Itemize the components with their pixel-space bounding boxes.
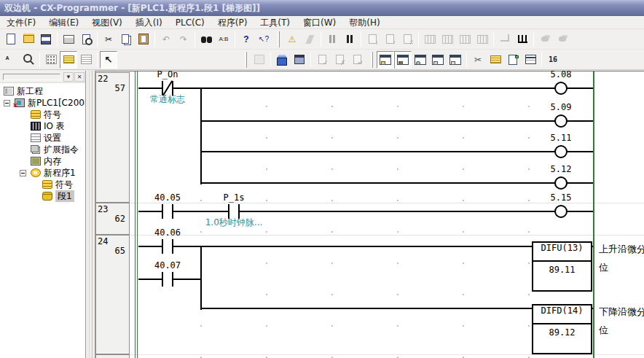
- tree-item-新程序1[interactable]: 新程序1: [0, 167, 85, 179]
- local-symbols-button[interactable]: [487, 51, 504, 69]
- hex-monitor-button[interactable]: 16: [544, 51, 562, 69]
- ladder-coil-5.12[interactable]: [554, 176, 568, 190]
- io-comment-view-button[interactable]: [522, 51, 539, 69]
- panel-splitter[interactable]: [89, 71, 90, 358]
- replace-button[interactable]: A:B: [215, 31, 232, 48]
- toggle-project-window-button[interactable]: [377, 51, 394, 69]
- ladder-coil-5.15[interactable]: [554, 205, 568, 218]
- run-mode-button[interactable]: [421, 31, 439, 48]
- toolbar-gripper[interactable]: [371, 52, 373, 68]
- instruction-block-DIFU(13)[interactable]: DIFU(13)89.11: [532, 241, 592, 292]
- save-button[interactable]: [37, 31, 55, 48]
- address-reference-button[interactable]: [447, 51, 464, 69]
- rung-margin-cell[interactable]: 2362: [95, 203, 130, 235]
- tree-expander-minus[interactable]: [20, 170, 26, 176]
- section-list-button[interactable]: [504, 51, 522, 69]
- menu-insert[interactable]: 插入(I): [129, 16, 169, 29]
- cut-button[interactable]: ✂: [100, 31, 117, 48]
- menu-window[interactable]: 窗口(W): [297, 16, 342, 29]
- menu-plc[interactable]: PLC(C): [169, 16, 211, 29]
- copy-button[interactable]: [117, 31, 135, 48]
- pause-button[interactable]: [341, 31, 358, 48]
- menu-program[interactable]: 程序(P): [211, 16, 254, 29]
- online-edit-send-button[interactable]: ↵: [348, 51, 366, 69]
- redo-button[interactable]: ↷: [175, 31, 192, 48]
- ladder-contact-40.06[interactable]: [162, 239, 173, 254]
- paste-button[interactable]: [135, 31, 152, 48]
- vertical-line-tool-button[interactable]: [152, 51, 170, 69]
- zoom-out-button[interactable]: [20, 51, 37, 69]
- tree-item-新工程[interactable]: 新工程: [0, 85, 85, 97]
- new-contact-tool-button[interactable]: [117, 51, 135, 69]
- show-rung-annotation-button[interactable]: [77, 51, 95, 69]
- rung-margin-cell[interactable]: 2465: [95, 235, 130, 354]
- ladder-coil-5.08[interactable]: [554, 82, 568, 95]
- force-off-button[interactable]: [554, 31, 571, 48]
- tree-item-设置[interactable]: 设置: [0, 132, 85, 144]
- force-on-button[interactable]: [536, 31, 554, 48]
- program-mode-button[interactable]: [474, 31, 491, 48]
- show-grid-button[interactable]: [42, 51, 60, 69]
- instruction-block-DIFD(14)[interactable]: DIFD(14)89.12: [532, 304, 592, 354]
- tree-item-段1[interactable]: 段1: [0, 190, 85, 202]
- toolbar-gripper[interactable]: [245, 52, 247, 68]
- upload-from-plc-button[interactable]: ↑: [381, 31, 398, 48]
- compile-button[interactable]: ⚠: [283, 31, 301, 48]
- view-symbols-button[interactable]: [273, 51, 291, 69]
- symbol-compare-button[interactable]: ✂: [469, 51, 487, 69]
- tree-item-内存[interactable]: 内存: [0, 155, 85, 167]
- rung-margin-cell[interactable]: 2257: [95, 72, 130, 203]
- tree-expander-minus[interactable]: [4, 100, 10, 106]
- new-instruction-tool-button[interactable]: [222, 51, 240, 69]
- download-to-plc-button[interactable]: ↓: [364, 31, 381, 48]
- ladder-coil-5.11[interactable]: [554, 145, 568, 158]
- tree-item-新PLC1[C200HG[interactable]: 新PLC1[C200HG: [0, 97, 85, 109]
- find-button[interactable]: [197, 31, 215, 48]
- menu-view[interactable]: 视图(V): [85, 16, 129, 29]
- cross-reference-button[interactable]: [429, 51, 447, 69]
- tree-item-符号[interactable]: 符号: [0, 109, 85, 120]
- ladder-contact-40.07[interactable]: [162, 272, 173, 287]
- panel-gripper[interactable]: [3, 74, 60, 80]
- open-button[interactable]: [20, 31, 37, 48]
- monitor-mode-button[interactable]: [439, 31, 456, 48]
- horizontal-line-tool-button[interactable]: [170, 51, 187, 69]
- tree-item-IO 表[interactable]: IO 表: [0, 120, 85, 132]
- view-monitor-button[interactable]: [291, 51, 308, 69]
- context-help-button[interactable]: ↖?: [255, 31, 272, 48]
- undo-button[interactable]: ↶: [157, 31, 175, 48]
- toggle-watch-window-button[interactable]: [412, 51, 429, 69]
- menu-file[interactable]: 文件(F): [0, 16, 42, 29]
- zoom-in-button[interactable]: [2, 51, 20, 69]
- time-chart-button[interactable]: [514, 31, 531, 48]
- rung-margin-cell[interactable]: [95, 354, 130, 358]
- panel-close-button[interactable]: ✕: [74, 72, 85, 82]
- print-button[interactable]: [60, 31, 77, 48]
- online-edit-cancel-button[interactable]: ✗: [331, 51, 348, 69]
- new-closed-contact-tool-button[interactable]: [135, 51, 152, 69]
- menu-tools[interactable]: 工具(T): [254, 16, 297, 29]
- compare-with-plc-button[interactable]: ≠: [398, 31, 416, 48]
- ladder-coil-5.09[interactable]: [554, 114, 568, 128]
- new-button[interactable]: [2, 31, 20, 48]
- work-online-button[interactable]: [301, 31, 318, 48]
- menu-edit[interactable]: 编辑(E): [42, 16, 85, 29]
- tree-item-符号[interactable]: 符号: [0, 179, 85, 190]
- online-edit-begin-button[interactable]: ✓: [313, 51, 331, 69]
- debug-mode-button[interactable]: [456, 31, 474, 48]
- ladder-contact-40.05[interactable]: [162, 204, 173, 219]
- help-button[interactable]: ?: [237, 31, 255, 48]
- toggle-output-window-button[interactable]: [394, 51, 412, 69]
- panel-dropdown-button[interactable]: ▼: [63, 72, 74, 82]
- new-closed-coil-tool-button[interactable]: [205, 51, 222, 69]
- edit-rung-comment-button[interactable]: [251, 51, 268, 69]
- tree-item-扩展指令[interactable]: 扩展指令: [0, 144, 85, 155]
- new-coil-tool-button[interactable]: [187, 51, 205, 69]
- print-preview-button[interactable]: [77, 31, 95, 48]
- show-comments-button[interactable]: [60, 51, 77, 69]
- toolbar-gripper[interactable]: [278, 31, 280, 47]
- pause-monitor-button[interactable]: [323, 31, 341, 48]
- step-run-button[interactable]: [496, 31, 514, 48]
- menu-help[interactable]: 帮助(H): [342, 16, 386, 29]
- select-tool-button[interactable]: ↖: [100, 51, 117, 69]
